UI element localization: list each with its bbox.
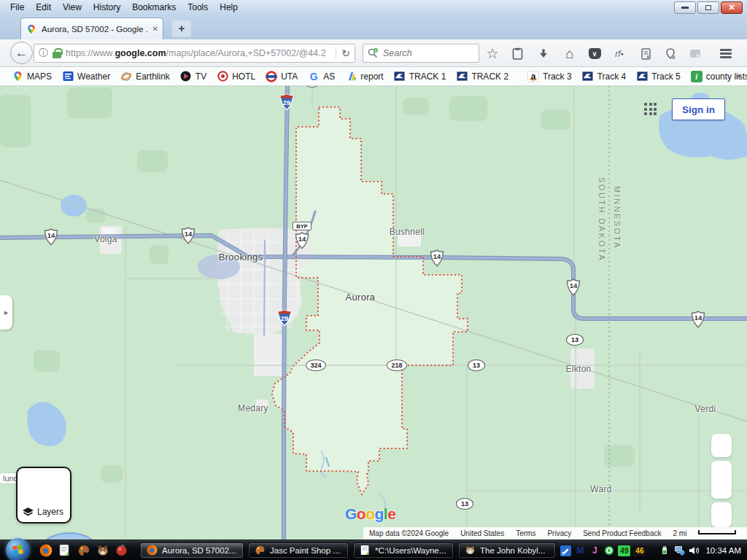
bookmark-star-icon[interactable]: ☆ [483, 44, 502, 63]
extension-rf-icon[interactable]: rf● [610, 44, 629, 63]
layers-label: Layers [37, 507, 63, 517]
bookmark-track2[interactable]: TRACK 2 [452, 69, 513, 84]
map-label-elkton: Elkton [565, 364, 591, 374]
map-label-ward: Ward [590, 484, 611, 494]
url-bar[interactable]: ⓘ https://www.google.com/maps/place/Auro… [34, 44, 355, 63]
usps-icon [456, 71, 468, 82]
green-ring-tray-icon[interactable] [603, 545, 615, 556]
bookmark-earthlink[interactable]: Earthlink [116, 69, 174, 84]
download-icon[interactable] [534, 44, 553, 63]
search-box[interactable]: + [363, 44, 479, 63]
layers-control[interactable]: Layers [16, 467, 71, 524]
temperature-badge-green[interactable]: 49 [618, 545, 630, 556]
side-panel-expand-tab[interactable]: ▸ [0, 295, 12, 330]
taskbar-button-john-kobyl[interactable]: The John Kobyl... [458, 542, 556, 559]
svg-text:+: + [374, 48, 377, 52]
j-tray-icon[interactable]: J [589, 545, 600, 556]
map-label-verdi: Verdi [695, 404, 716, 414]
bookmark-tv[interactable]: TV [176, 69, 211, 84]
map-zoom-control[interactable] [711, 461, 732, 499]
bookmarks-clipboard-icon[interactable] [508, 44, 527, 63]
menu-history[interactable]: History [88, 1, 126, 14]
feedback-link[interactable]: Send Product Feedback [583, 529, 661, 537]
map-control-button[interactable] [711, 502, 732, 527]
search-icon: + [367, 47, 379, 59]
menu-tools[interactable]: Tools [182, 1, 214, 14]
menu-help[interactable]: Help [214, 1, 244, 14]
tab-strip: Aurora, SD 57002 - Google ... ✕ + [0, 15, 747, 39]
reload-icon[interactable]: ↻ [336, 47, 350, 59]
google-apps-grid-icon[interactable] [644, 103, 658, 117]
maps-pin-icon [12, 71, 23, 82]
map-label-south-dakota: SOUTH DAKOTA [597, 177, 606, 262]
taskbar-button-paintshop[interactable]: Jasc Paint Shop ... [248, 542, 349, 559]
back-button[interactable]: ← [10, 42, 33, 64]
bookmark-weather[interactable]: Weather [58, 69, 115, 84]
bookmark-track3[interactable]: a Track 3 [523, 69, 576, 84]
tab-close-icon[interactable]: ✕ [152, 25, 158, 33]
scale-label: 2 mi [673, 529, 687, 537]
new-tab-button[interactable]: + [172, 20, 191, 37]
temperature-badge-dark[interactable]: 46 [633, 545, 646, 556]
menu-edit[interactable]: Edit [30, 1, 57, 14]
home-icon[interactable]: ⌂ [560, 44, 579, 63]
menu-bar: File Edit View History Bookmarks Tools H… [0, 0, 747, 15]
close-button[interactable]: ✕ [721, 1, 743, 14]
taskbar-clock[interactable]: 10:34 AM [705, 546, 741, 555]
route-shield-13: 13 [566, 334, 584, 346]
m-tray-icon[interactable]: M [574, 545, 586, 556]
map-control-button[interactable] [711, 434, 732, 457]
red-orb-quicklaunch-icon[interactable] [115, 544, 128, 557]
pet-quicklaunch-icon[interactable] [96, 544, 109, 557]
bookmark-as[interactable]: G AS [303, 69, 339, 84]
google-g-icon: G [308, 71, 320, 82]
pet-icon [465, 545, 476, 556]
tool-tray-icon[interactable] [560, 545, 571, 556]
windows-taskbar: Aurora, SD 57002... Jasc Paint Shop ... … [0, 540, 747, 560]
extension-doc-icon[interactable] [636, 44, 655, 63]
bookmark-hotl[interactable]: HOTL [212, 69, 260, 84]
terms-link[interactable]: Terms [516, 529, 535, 537]
hamburger-menu-icon[interactable] [716, 44, 735, 63]
extension-disabled-icon[interactable] [686, 44, 705, 63]
notepad-quicklaunch-icon[interactable] [58, 544, 71, 557]
weather-channel-icon [62, 71, 74, 82]
amazon-icon: a [527, 71, 539, 82]
bookmark-track4[interactable]: Track 4 [578, 69, 631, 84]
maps-pin-favicon [26, 23, 37, 35]
privacy-link[interactable]: Privacy [547, 529, 571, 537]
system-tray: M J 49 46 10:34 AM [560, 540, 746, 560]
volume-tray-icon[interactable] [688, 545, 700, 556]
bookmarks-overflow-chevron[interactable]: » [736, 70, 741, 81]
menu-bookmarks[interactable]: Bookmarks [126, 1, 182, 14]
bookmark-track5[interactable]: Track 5 [632, 69, 685, 84]
bookmark-maps[interactable]: MAPS [7, 69, 56, 84]
sign-in-button[interactable]: Sign in [672, 98, 725, 120]
route-shield-13: 13 [456, 498, 473, 510]
close-icon: ✕ [728, 3, 735, 12]
extension-pin-icon[interactable] [661, 44, 680, 63]
menu-view[interactable]: View [57, 1, 88, 14]
tab-aurora-maps[interactable]: Aurora, SD 57002 - Google ... ✕ [20, 18, 163, 39]
start-button[interactable] [6, 538, 30, 560]
restore-button[interactable] [697, 1, 719, 14]
chevron-right-icon: ▸ [4, 308, 9, 317]
map-canvas[interactable]: Volga Brookings Bushnell Aurora Medary E… [0, 86, 747, 540]
minimize-button[interactable] [674, 1, 696, 14]
route-shield-i29: 29 [276, 309, 293, 327]
info-icon[interactable]: ⓘ [39, 47, 48, 60]
menu-file[interactable]: File [4, 1, 30, 14]
google-logo[interactable]: Google [345, 505, 395, 523]
bookmark-report[interactable]: report [341, 69, 387, 84]
network-tray-icon[interactable] [673, 545, 685, 556]
pocket-icon[interactable]: ∨ [585, 44, 604, 63]
paintshop-quicklaunch-icon[interactable] [77, 544, 90, 557]
tv-icon [180, 71, 192, 82]
taskbar-button-firefox-aurora[interactable]: Aurora, SD 57002... [140, 542, 244, 559]
firefox-quicklaunch-icon[interactable] [39, 544, 53, 557]
taskbar-button-notepad[interactable]: *C:\Users\Wayne... [353, 542, 454, 559]
power-tray-icon[interactable] [659, 545, 670, 556]
bookmark-track1[interactable]: TRACK 1 [390, 69, 451, 84]
search-input[interactable] [382, 47, 462, 59]
bookmark-uta[interactable]: UTA [261, 69, 302, 84]
